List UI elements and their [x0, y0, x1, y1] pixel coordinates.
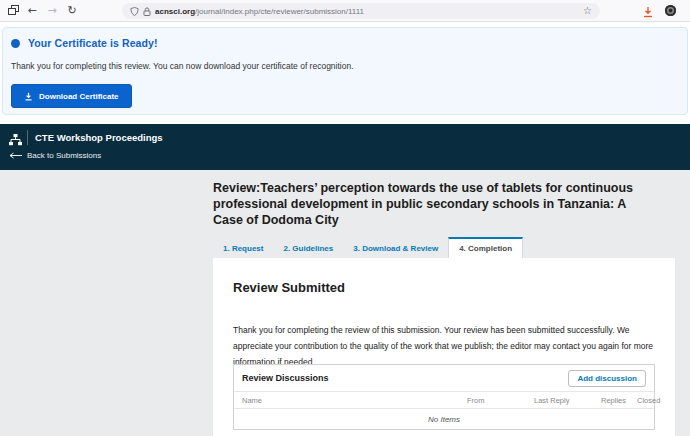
download-icon	[24, 92, 33, 101]
discussions-empty-row: No Items	[234, 408, 654, 429]
site-header: CTE Workshop Proceedings Back to Submiss…	[0, 124, 690, 170]
browser-forward-button[interactable]: →	[44, 3, 60, 19]
tab-download-review[interactable]: 3. Download & Review	[343, 239, 448, 258]
review-discussions-table: Review Discussions Add discussion Name F…	[233, 364, 655, 430]
lock-icon[interactable]	[143, 7, 151, 16]
url-text: acnsci.org/journal/index.php/cte/reviewe…	[155, 7, 364, 16]
site-title: CTE Workshop Proceedings	[35, 132, 163, 143]
main-content: Review:Teachers’ perception towards the …	[0, 170, 690, 436]
sitemap-icon[interactable]	[9, 132, 22, 150]
tab-guidelines[interactable]: 2. Guidelines	[273, 239, 343, 258]
banner-title: Your Certificate is Ready!	[28, 37, 158, 49]
window-restore-icon[interactable]	[8, 5, 19, 15]
back-to-submissions-label: Back to Submissions	[27, 151, 101, 160]
shield-icon[interactable]	[130, 7, 139, 16]
column-from: From	[467, 396, 485, 405]
bookmark-star-icon[interactable]: ☆	[583, 6, 592, 16]
extension-icon[interactable]	[665, 5, 676, 16]
submission-title: Review:Teachers’ perception towards the …	[213, 180, 653, 228]
banner-message: Thank you for completing this review. Yo…	[11, 61, 354, 71]
column-replies: Replies	[601, 396, 626, 405]
download-certificate-button[interactable]: Download Certificate	[11, 84, 132, 108]
tab-request[interactable]: 1. Request	[213, 239, 273, 258]
long-left-arrow-icon	[9, 152, 23, 159]
column-name: Name	[242, 396, 262, 405]
notification-dot-icon	[11, 39, 20, 48]
add-discussion-button[interactable]: Add discussion	[568, 370, 646, 387]
browser-toolbar: ← → ↻ acnsci.org/journal/index.php/cte/r…	[0, 0, 690, 22]
back-to-submissions-link[interactable]: Back to Submissions	[9, 151, 101, 160]
column-closed: Closed	[637, 396, 660, 405]
review-submitted-heading: Review Submitted	[233, 280, 345, 295]
review-submitted-message: Thank you for completing the review of t…	[233, 322, 659, 370]
certificate-banner: Your Certificate is Ready! Thank you for…	[2, 27, 688, 115]
tab-completion[interactable]: 4. Completion	[448, 237, 523, 258]
review-steps-tabs: 1. Request 2. Guidelines 3. Download & R…	[213, 237, 523, 258]
completion-panel: Review Submitted Thank you for completin…	[213, 258, 675, 436]
browser-back-button[interactable]: ←	[24, 3, 40, 19]
browser-reload-button[interactable]: ↻	[64, 3, 80, 19]
address-bar[interactable]: acnsci.org/journal/index.php/cte/reviewe…	[122, 3, 600, 19]
column-last-reply: Last Reply	[534, 396, 569, 405]
header-divider	[27, 130, 28, 145]
review-discussions-title: Review Discussions	[242, 373, 329, 383]
discussions-column-headers: Name From Last Reply Replies Closed	[234, 391, 654, 408]
downloads-icon[interactable]	[642, 4, 654, 22]
download-certificate-label: Download Certificate	[39, 92, 119, 101]
